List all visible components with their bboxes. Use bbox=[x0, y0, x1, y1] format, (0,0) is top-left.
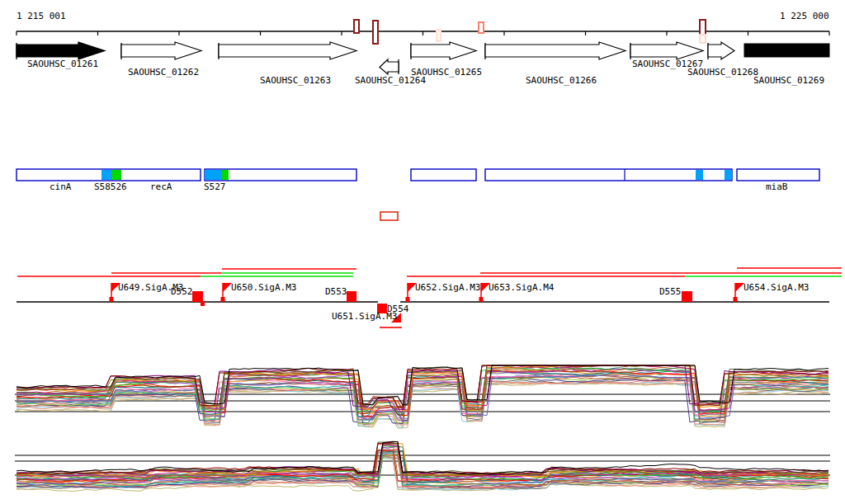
annotation-track bbox=[17, 169, 819, 181]
feature-box[interactable] bbox=[411, 169, 476, 181]
feature-segment bbox=[221, 170, 229, 180]
terminator-tick bbox=[201, 302, 205, 306]
gene-label: SAOUHSC_01269 bbox=[753, 76, 824, 85]
ruler-start-coordinate: 1 215 001 bbox=[17, 12, 66, 21]
orf-red-box[interactable] bbox=[380, 212, 398, 220]
feature-box[interactable] bbox=[737, 169, 819, 181]
promoter-label: U652.SigA.M3 bbox=[415, 283, 480, 292]
terminator-marker[interactable] bbox=[682, 291, 692, 302]
ruler-track bbox=[17, 20, 829, 44]
promoter-base bbox=[734, 297, 738, 302]
gene-arrow[interactable] bbox=[121, 42, 201, 59]
gene-label: SAOUHSC_01265 bbox=[411, 68, 482, 77]
gene-arrow[interactable] bbox=[17, 42, 105, 59]
promoter-label: U653.SigA.M4 bbox=[489, 283, 554, 292]
gene-label: SAOUHSC_01262 bbox=[128, 68, 199, 77]
gene-label: SAOUHSC_01261 bbox=[27, 59, 98, 68]
terminator-marker[interactable] bbox=[347, 291, 356, 302]
promoter-terminator-track bbox=[17, 268, 842, 327]
feature-box[interactable] bbox=[485, 169, 732, 181]
feature-label: S527 bbox=[204, 182, 226, 191]
coverage-curve bbox=[17, 442, 828, 475]
promoter-base bbox=[221, 297, 225, 302]
feature-segment bbox=[696, 170, 703, 180]
gene-arrow[interactable] bbox=[219, 42, 356, 59]
terminator-label: D555 bbox=[659, 287, 682, 296]
terminator-marker[interactable] bbox=[192, 291, 203, 302]
variant-mark[interactable] bbox=[700, 20, 706, 35]
terminator-label: D553 bbox=[325, 287, 347, 296]
gene-arrow[interactable] bbox=[708, 42, 734, 59]
coverage-curve bbox=[17, 441, 828, 474]
coverage-curve bbox=[17, 441, 828, 474]
feature-label: S58526 bbox=[94, 182, 127, 191]
gene-label: SAOUHSC_01263 bbox=[260, 76, 331, 85]
antisense-coverage-panel bbox=[15, 441, 830, 491]
variant-mark[interactable] bbox=[700, 35, 706, 43]
feature-label: recA bbox=[150, 182, 172, 191]
sense-coverage-panel bbox=[15, 365, 830, 428]
gene-box[interactable] bbox=[744, 44, 829, 57]
orf-box-track bbox=[380, 212, 398, 220]
variant-mark[interactable] bbox=[437, 30, 441, 41]
gene-label: SAOUHSC_01266 bbox=[526, 76, 597, 85]
promoter-base bbox=[406, 297, 410, 302]
promoter-label: U654.SigA.M3 bbox=[744, 283, 809, 292]
feature-segment bbox=[205, 170, 221, 180]
feature-segment bbox=[725, 170, 732, 180]
gene-arrow[interactable] bbox=[411, 42, 476, 59]
variant-mark[interactable] bbox=[373, 21, 378, 44]
promoter-base bbox=[110, 297, 114, 302]
gene-arrow[interactable] bbox=[485, 42, 625, 59]
gene-arrow[interactable] bbox=[630, 42, 703, 59]
feature-label: miaB bbox=[766, 182, 788, 191]
feature-label: cinA bbox=[50, 182, 72, 191]
promoter-label: U650.SigA.M3 bbox=[231, 283, 296, 292]
gene-label: SAOUHSC_01268 bbox=[687, 68, 758, 77]
genome-browser-window: 1 215 001 1 225 000 SAOUHSC_01261SAOUHSC… bbox=[0, 0, 845, 504]
feature-segment bbox=[111, 170, 121, 180]
variant-mark[interactable] bbox=[479, 22, 484, 33]
ruler-end-coordinate: 1 225 000 bbox=[780, 12, 829, 21]
promoter-base bbox=[479, 297, 484, 302]
feature-segment bbox=[101, 170, 111, 180]
gene-arrow[interactable] bbox=[380, 59, 399, 74]
coverage-curve bbox=[17, 365, 828, 408]
terminator-label: D552 bbox=[171, 287, 193, 296]
terminator-label: D554 bbox=[387, 304, 409, 313]
variant-mark[interactable] bbox=[354, 20, 359, 33]
